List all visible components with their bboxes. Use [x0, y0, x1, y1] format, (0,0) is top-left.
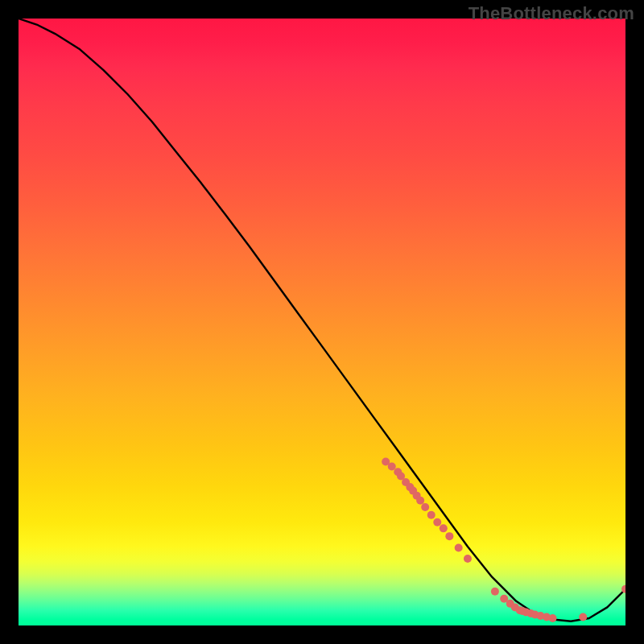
chart-overlay [19, 19, 625, 625]
marker-point [440, 524, 448, 532]
marker-point [464, 555, 472, 563]
marker-point [427, 511, 436, 519]
marker-point [549, 614, 557, 622]
marker-point [445, 532, 453, 540]
curve-line [19, 19, 625, 621]
plot-area [19, 19, 625, 625]
marker-points [382, 457, 625, 622]
marker-point [455, 543, 463, 551]
marker-point [388, 462, 396, 470]
marker-point [491, 588, 499, 596]
marker-point [421, 503, 429, 511]
marker-point [579, 613, 587, 621]
watermark-text: TheBottleneck.com [469, 3, 634, 24]
marker-point [416, 497, 424, 505]
marker-point [433, 518, 441, 526]
chart-stage: TheBottleneck.com [0, 0, 644, 644]
